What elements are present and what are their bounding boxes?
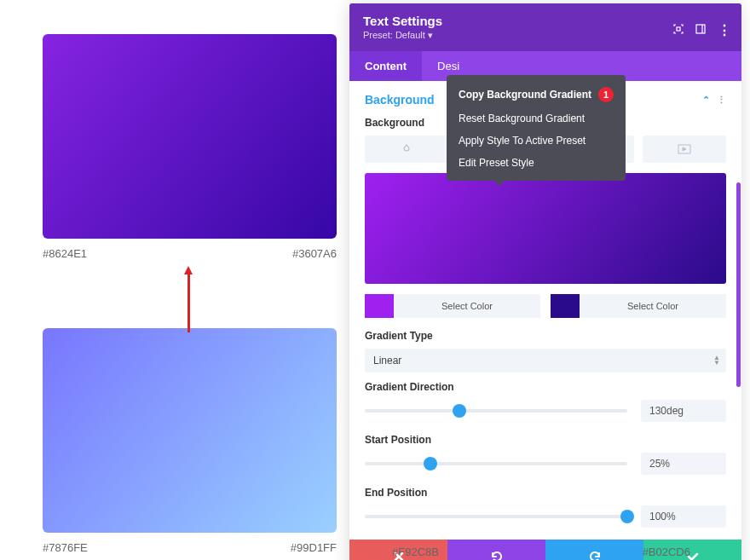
section-toggle[interactable]: ⌃⋮ <box>702 95 726 106</box>
step-badge: 1 <box>598 87 614 102</box>
color-swatch-1[interactable] <box>365 294 394 318</box>
gradient-type-select[interactable]: Linear ▲▼ <box>365 349 726 372</box>
preset-selector[interactable]: Preset: Default ▾ <box>363 30 442 41</box>
end-position-label: End Position <box>365 487 726 499</box>
swatch-a-labels: #8624E1 #3607A6 <box>43 247 337 260</box>
swatch-a-color1: #8624E1 <box>43 247 87 260</box>
swatch-b-color1: #7876FE <box>43 541 88 554</box>
color-stop-2: Select Color <box>551 294 726 318</box>
expand-icon[interactable] <box>673 22 684 32</box>
scrollbar[interactable] <box>736 182 741 387</box>
ctx-copy-label: Copy Background Gradient <box>459 89 591 101</box>
kebab-icon[interactable]: ⋮ <box>718 22 728 32</box>
left-column: #8624E1 #3607A6 #7876FE #99D1FF <box>43 34 337 554</box>
direction-slider[interactable] <box>365 409 627 413</box>
footer-label-1: #F92C8B <box>392 546 439 558</box>
gradient-type-value: Linear <box>373 355 401 367</box>
slider-thumb[interactable] <box>620 510 634 523</box>
ctx-copy-gradient[interactable]: Copy Background Gradient 1 <box>447 82 626 107</box>
ctx-apply-preset[interactable]: Apply Style To Active Preset <box>447 130 626 152</box>
color-stops-row: Select Color Select Color <box>365 294 726 318</box>
color-swatch-2[interactable] <box>551 294 580 318</box>
swatch-b-color2: #99D1FF <box>291 541 337 554</box>
footer-color-labels: #F92C8B #B02CD6 <box>349 546 741 558</box>
header-actions: ⋮ <box>673 22 728 32</box>
sidebar-icon[interactable] <box>695 22 706 32</box>
color-stop-1: Select Color <box>365 294 540 318</box>
panel-header: Text Settings Preset: Default ▾ ⋮ <box>349 3 741 51</box>
gradient-preview[interactable] <box>365 173 726 284</box>
gradient-swatch-b <box>43 328 337 533</box>
svg-rect-1 <box>696 25 705 33</box>
start-slider[interactable] <box>365 462 627 465</box>
gradient-swatch-a <box>43 34 337 239</box>
swatch-b-labels: #7876FE #99D1FF <box>43 541 337 554</box>
bg-tab-color[interactable] <box>365 136 449 163</box>
footer-label-2: #B02CD6 <box>643 546 690 558</box>
context-menu: Copy Background Gradient 1 Reset Backgro… <box>447 75 626 181</box>
start-position-field: Start Position 25% <box>365 434 726 475</box>
end-value[interactable]: 100% <box>641 505 726 528</box>
ctx-edit-preset[interactable]: Edit Preset Style <box>447 152 626 174</box>
gradient-direction-field: Gradient Direction 130deg <box>365 381 726 422</box>
gradient-type-field: Gradient Type Linear ▲▼ <box>365 330 726 372</box>
svg-rect-0 <box>677 27 680 31</box>
ctx-reset-gradient[interactable]: Reset Background Gradient <box>447 107 626 130</box>
end-slider[interactable] <box>365 515 627 518</box>
slider-thumb[interactable] <box>453 404 466 418</box>
section-title: Background <box>365 93 435 107</box>
swatch-a-color2: #3607A6 <box>292 247 337 260</box>
select-color-2[interactable]: Select Color <box>580 294 726 318</box>
select-arrows-icon: ▲▼ <box>713 355 718 366</box>
gradient-type-label: Gradient Type <box>365 330 726 342</box>
gradient-direction-label: Gradient Direction <box>365 381 726 393</box>
panel-title: Text Settings <box>363 14 442 28</box>
end-position-field: End Position 100% <box>365 487 726 528</box>
direction-value[interactable]: 130deg <box>641 400 726 422</box>
slider-thumb[interactable] <box>424 457 437 471</box>
start-value[interactable]: 25% <box>641 453 726 475</box>
bg-tab-video[interactable] <box>643 136 727 163</box>
up-arrow-icon <box>188 273 190 332</box>
start-position-label: Start Position <box>365 434 726 446</box>
tab-content[interactable]: Content <box>349 51 422 81</box>
select-color-1[interactable]: Select Color <box>394 294 540 318</box>
